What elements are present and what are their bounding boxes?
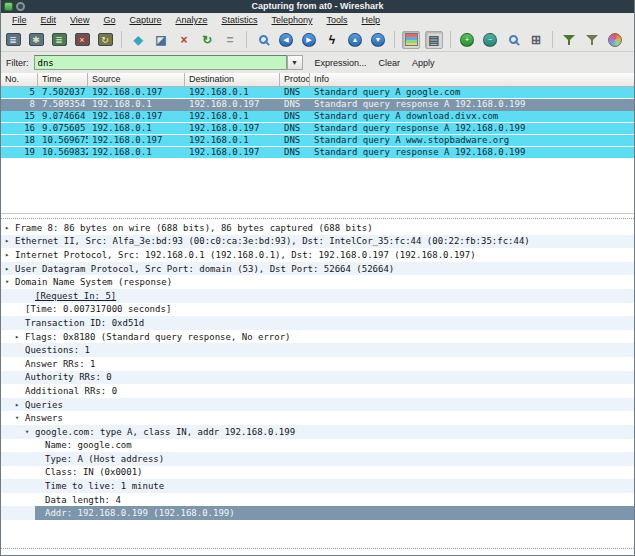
open-file-button[interactable]: ◆ — [129, 31, 147, 49]
zoom-100-button[interactable] — [504, 31, 522, 49]
packet-row-5[interactable]: 57.502037192.168.0.197192.168.0.1DNSStan… — [1, 87, 634, 99]
detail-row[interactable]: ▸Queries — [1, 398, 634, 412]
detail-row[interactable]: ▸Internet Protocol, Src: 192.168.0.1 (19… — [1, 248, 634, 262]
column-header-source[interactable]: Source — [88, 73, 185, 87]
filter-dropdown-button[interactable]: ▼ — [287, 55, 303, 70]
toolbar-separator — [450, 31, 451, 48]
go-last-button[interactable]: ▼ — [369, 31, 387, 49]
packet-cell-info: Standard query response A 192.168.0.199 — [310, 123, 634, 134]
detail-row[interactable]: ▸Ethernet II, Src: Alfa_3e:bd:93 (00:c0:… — [1, 235, 634, 249]
detail-row-content: Name: google.com — [35, 439, 132, 453]
detail-row[interactable]: Questions: 1 — [1, 343, 634, 357]
menu-tools[interactable]: Tools — [320, 13, 355, 28]
capture-filters-button[interactable] — [560, 31, 578, 49]
go-to-packet-button[interactable]: ϟ — [323, 31, 341, 49]
menu-view[interactable]: View — [63, 13, 96, 28]
stop-capture-button[interactable]: × — [73, 31, 91, 49]
print-button[interactable]: = — [221, 31, 239, 49]
close-file-button[interactable]: × — [175, 31, 193, 49]
toolbar-separator — [552, 31, 553, 48]
menu-edit[interactable]: Edit — [34, 13, 64, 28]
packet-row-15[interactable]: 159.074664192.168.0.197192.168.0.1DNSSta… — [1, 111, 634, 123]
detail-row[interactable]: Additional RRs: 0 — [1, 384, 634, 398]
go-forward-button[interactable]: ▶ — [300, 31, 318, 49]
detail-row[interactable]: Type: A (Host address) — [1, 452, 634, 466]
menu-telephony[interactable]: Telephony — [264, 13, 319, 28]
details-bytes-splitter[interactable] — [1, 549, 634, 555]
expander-collapsed-icon[interactable]: ▸ — [5, 237, 15, 245]
go-back-button[interactable]: ◀ — [277, 31, 295, 49]
detail-row[interactable]: Time to live: 1 minute — [1, 479, 634, 493]
packet-cell-source: 192.168.0.197 — [88, 87, 185, 98]
detail-row[interactable]: Data length: 4 — [1, 493, 634, 507]
detail-row[interactable]: Transaction ID: 0xd51d — [1, 316, 634, 330]
resize-columns-button[interactable]: ⊞ — [527, 31, 545, 49]
expander-collapsed-icon[interactable]: ▸ — [5, 265, 15, 273]
colorize-list-button[interactable] — [402, 31, 420, 49]
expander-collapsed-icon[interactable]: ▸ — [15, 333, 25, 341]
expander-collapsed-icon[interactable]: ▸ — [5, 224, 15, 232]
detail-row[interactable]: [Request In: 5] — [1, 289, 634, 303]
list-interfaces-button[interactable]: ≣ — [4, 31, 22, 49]
detail-row[interactable]: Class: IN (0x0001) — [1, 466, 634, 480]
detail-row[interactable]: Authority RRs: 0 — [1, 371, 634, 385]
go-first-button[interactable]: ▲ — [346, 31, 364, 49]
restart-capture-button[interactable]: ↻ — [96, 31, 114, 49]
detail-row-content: ▸Flags: 0x8180 (Standard query response,… — [15, 330, 291, 344]
detail-row[interactable]: [Time: 0.007317000 seconds] — [1, 303, 634, 317]
menu-capture[interactable]: Capture — [122, 13, 168, 28]
menu-analyze[interactable]: Analyze — [168, 13, 214, 28]
detail-row[interactable]: Answer RRs: 1 — [1, 357, 634, 371]
packet-cell-time: 7.502037 — [38, 87, 88, 98]
reload-file-button[interactable]: ↻ — [198, 31, 216, 49]
clear-button[interactable]: Clear — [379, 58, 401, 68]
expression-button[interactable]: Expression... — [315, 58, 367, 68]
column-header-destination[interactable]: Destination — [185, 73, 280, 87]
column-header-protocol[interactable]: Protocol — [280, 73, 310, 87]
column-header-info[interactable]: Info — [310, 73, 634, 87]
menu-go[interactable]: Go — [96, 13, 122, 28]
detail-row[interactable]: Name: google.com — [1, 439, 634, 453]
save-file-button[interactable]: ◪ — [152, 31, 170, 49]
detail-row[interactable]: ▾Answers — [1, 411, 634, 425]
colorize-list-icon — [405, 33, 418, 46]
packet-cell-info: Standard query response A 192.168.0.199 — [310, 99, 634, 110]
zoom-out-button[interactable]: − — [481, 31, 499, 49]
open-file-icon: ◆ — [133, 31, 142, 49]
column-header-no[interactable]: No. — [1, 73, 38, 87]
packet-cell-destination: 192.168.0.1 — [185, 87, 280, 98]
detail-row[interactable]: ▸User Datagram Protocol, Src Port: domai… — [1, 262, 634, 276]
detail-row[interactable]: ▾google.com: type A, class IN, addr 192.… — [1, 425, 634, 439]
coloring-rules-button[interactable] — [606, 31, 624, 49]
packet-row-19[interactable]: 1910.569832192.168.0.1192.168.0.197DNSSt… — [1, 147, 634, 159]
detail-row[interactable]: ▸Flags: 0x8180 (Standard query response,… — [1, 330, 634, 344]
detail-text: Class: IN (0x0001) — [45, 467, 143, 477]
menu-help[interactable]: Help — [355, 13, 388, 28]
start-capture-button[interactable]: ≣ — [50, 31, 68, 49]
menu-statistics[interactable]: Statistics — [214, 13, 264, 28]
detail-row[interactable]: Addr: 192.168.0.199 (192.168.0.199) — [1, 506, 634, 520]
expander-expanded-icon[interactable]: ▾ — [5, 278, 15, 286]
packet-row-16[interactable]: 169.075605192.168.0.1192.168.0.197DNSSta… — [1, 123, 634, 135]
apply-button[interactable]: Apply — [412, 58, 435, 68]
column-header-time[interactable]: Time — [38, 73, 88, 87]
capture-options-button[interactable]: ✱ — [27, 31, 45, 49]
packet-row-18[interactable]: 1810.569675192.168.0.197192.168.0.1DNSSt… — [1, 135, 634, 147]
menu-file[interactable]: File — [5, 13, 34, 28]
expander-collapsed-icon[interactable]: ▸ — [15, 401, 25, 409]
packet-cell-no: 18 — [1, 135, 38, 146]
auto-scroll-button[interactable]: ▤ — [425, 31, 443, 49]
chevron-down-icon: ▼ — [291, 59, 298, 66]
display-filters-button[interactable] — [583, 31, 601, 49]
expander-expanded-icon[interactable]: ▾ — [25, 428, 35, 436]
packet-row-8[interactable]: 87.509354192.168.0.1192.168.0.197DNSStan… — [1, 99, 634, 111]
detail-row[interactable]: ▸Frame 8: 86 bytes on wire (688 bits), 8… — [1, 221, 634, 235]
filter-input[interactable] — [34, 55, 287, 70]
detail-text: Answer RRs: 1 — [25, 359, 95, 369]
detail-row[interactable]: ▾Domain Name System (response) — [1, 275, 634, 289]
find-packet-button[interactable] — [254, 31, 272, 49]
expander-collapsed-icon[interactable]: ▸ — [5, 251, 15, 259]
zoom-in-button[interactable]: + — [458, 31, 476, 49]
expander-expanded-icon[interactable]: ▾ — [15, 414, 25, 422]
zoom-in-icon: + — [460, 33, 474, 47]
